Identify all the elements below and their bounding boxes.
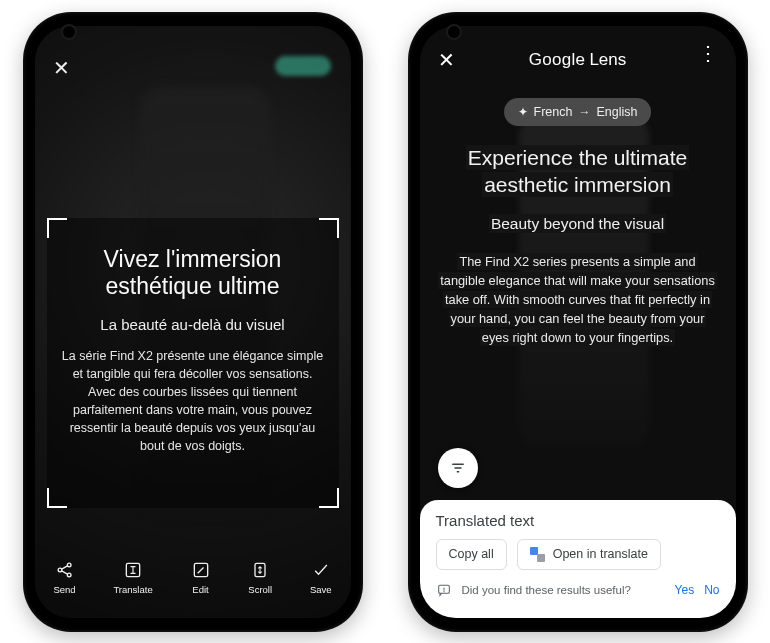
crop-handle-tl[interactable] <box>47 218 67 238</box>
close-icon[interactable]: ✕ <box>438 48 455 72</box>
front-camera <box>63 26 75 38</box>
edit-label: Edit <box>192 584 208 595</box>
front-camera <box>448 26 460 38</box>
target-language: English <box>596 105 637 119</box>
overflow-icon[interactable]: ⋮ <box>698 48 718 58</box>
subheadline: Beauty beyond the visual <box>438 215 718 233</box>
source-language: French <box>534 105 573 119</box>
bottom-sheet[interactable]: Translated text Copy all Open in transla… <box>420 500 736 618</box>
language-selector[interactable]: ✦ French → English <box>504 98 652 126</box>
translate-label: Translate <box>113 584 152 595</box>
share-icon <box>55 560 75 580</box>
svg-point-0 <box>58 568 62 572</box>
copy-all-button[interactable]: Copy all <box>436 539 507 570</box>
edit-icon <box>191 560 211 580</box>
translate-icon <box>123 560 143 580</box>
brand-lens: Lens <box>589 50 626 70</box>
crop-handle-br[interactable] <box>319 488 339 508</box>
bottom-toolbar: Send Translate Edit Scroll Save <box>35 548 351 608</box>
headline: Experience the ultimate aesthetic immers… <box>438 144 718 199</box>
feedback-question: Did you find these results useful? <box>462 584 631 596</box>
scroll-icon <box>250 560 270 580</box>
feedback-yes[interactable]: Yes <box>675 583 695 597</box>
screen-right: ✕ Google Lens ⋮ ✦ French → English Exper… <box>420 26 736 618</box>
svg-point-1 <box>67 563 71 567</box>
save-button[interactable]: Save <box>310 560 332 595</box>
body-copy: The Find X2 series presents a simple and… <box>438 253 718 348</box>
edit-button[interactable]: Edit <box>191 560 211 595</box>
translate-button[interactable]: Translate <box>113 560 152 595</box>
scroll-label: Scroll <box>248 584 272 595</box>
translate-app-icon <box>530 547 545 562</box>
brand-google: Google <box>529 50 586 70</box>
arrow-right-icon: → <box>578 105 590 119</box>
crop-frame[interactable] <box>47 218 339 508</box>
close-icon[interactable]: ✕ <box>53 56 70 80</box>
auto-detect-icon: ✦ <box>518 105 528 119</box>
copy-all-label: Copy all <box>449 547 494 561</box>
sheet-title: Translated text <box>436 512 720 529</box>
filter-icon <box>449 459 467 477</box>
check-icon <box>311 560 331 580</box>
feedback-no[interactable]: No <box>704 583 719 597</box>
screen-left: ✕ Vivez l'immersion esthétique ultime La… <box>35 26 351 618</box>
phone-left: ✕ Vivez l'immersion esthétique ultime La… <box>23 12 363 632</box>
crop-handle-tr[interactable] <box>319 218 339 238</box>
sheet-actions: Copy all Open in translate <box>436 539 720 570</box>
send-label: Send <box>53 584 75 595</box>
top-bar: ✕ Google Lens ⋮ <box>420 42 736 78</box>
crop-handle-bl[interactable] <box>47 488 67 508</box>
app-brand: Google Lens <box>529 50 627 70</box>
send-button[interactable]: Send <box>53 560 75 595</box>
translated-overlay: Experience the ultimate aesthetic immers… <box>438 144 718 348</box>
feedback-row: Did you find these results useful? Yes N… <box>436 582 720 598</box>
open-translate-label: Open in translate <box>553 547 648 561</box>
save-label: Save <box>310 584 332 595</box>
phone-right: ✕ Google Lens ⋮ ✦ French → English Exper… <box>408 12 748 632</box>
svg-point-2 <box>67 573 71 577</box>
filter-fab[interactable] <box>438 448 478 488</box>
scroll-button[interactable]: Scroll <box>248 560 272 595</box>
feedback-icon <box>436 582 452 598</box>
open-translate-button[interactable]: Open in translate <box>517 539 661 570</box>
action-pill[interactable] <box>275 56 331 76</box>
